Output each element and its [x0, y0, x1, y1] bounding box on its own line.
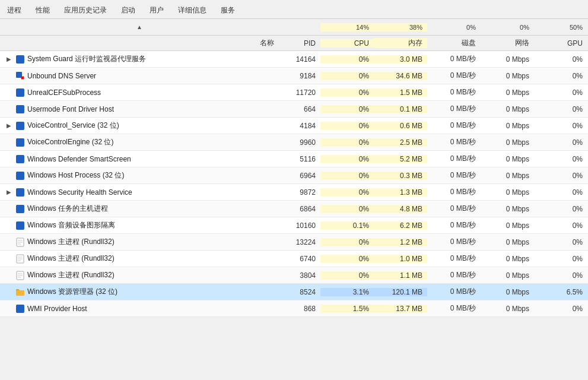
disk-cell: 0 MB/秒 — [427, 170, 481, 180]
process-name: Windows 资源管理器 (32 位) — [27, 287, 117, 297]
disk-cell: 0 MB/秒 — [427, 303, 481, 314]
tab-processes[interactable]: 进程 — [0, 2, 28, 18]
col-header-disk[interactable]: 磁盘 — [427, 38, 481, 48]
sort-chevron: ▲ — [136, 24, 142, 30]
net-cell: 0 Mbps — [481, 172, 534, 180]
process-icon — [15, 88, 25, 97]
disk-cell: 0 MB/秒 — [427, 154, 481, 164]
process-name: Windows Defender SmartScreen — [27, 155, 131, 163]
tab-users[interactable]: 用户 — [142, 2, 171, 18]
disk-cell: 0 MB/秒 — [427, 137, 481, 147]
col-header-name[interactable]: 名称 — [0, 38, 279, 48]
disk-cell: 0 MB/秒 — [427, 54, 481, 64]
col-header-cpu[interactable]: CPU — [320, 39, 374, 48]
expand-button — [5, 138, 13, 147]
tab-performance[interactable]: 性能 — [28, 2, 57, 18]
process-icon — [15, 287, 25, 297]
col-header-net[interactable]: 网络 — [481, 38, 534, 48]
gpu-cell: 0% — [534, 221, 587, 230]
name-cell: Unbound DNS Server — [0, 71, 279, 81]
tab-app-history[interactable]: 应用历史记录 — [57, 2, 114, 18]
process-name: Usermode Font Driver Host — [27, 105, 114, 113]
net-cell: 0 Mbps — [481, 122, 534, 130]
tab-services[interactable]: 服务 — [214, 2, 242, 18]
col-header-pid[interactable]: PID — [279, 39, 320, 48]
mem-percent-header[interactable]: 38% — [374, 23, 427, 31]
pid-cell: 6740 — [279, 255, 320, 263]
table-row[interactable]: WMI Provider Host8681.5%13.7 MB0 MB/秒0 M… — [0, 300, 588, 317]
table-row[interactable]: UnrealCEFSubProcess117200%1.5 MB0 MB/秒0 … — [0, 84, 588, 101]
table-row[interactable]: Windows Defender SmartScreen51160%5.2 MB… — [0, 151, 588, 167]
gpu-cell: 6.5% — [534, 288, 587, 296]
table-row[interactable]: Windows 主进程 (Rundll32)38040%1.1 MB0 MB/秒… — [0, 267, 588, 284]
cpu-cell: 0% — [320, 88, 374, 97]
col-header-mem[interactable]: 内存 — [374, 38, 427, 48]
pid-cell: 6864 — [279, 205, 320, 213]
mem-cell: 1.1 MB — [374, 271, 427, 280]
net-cell: 0 Mbps — [481, 138, 534, 147]
mem-cell: 2.5 MB — [374, 138, 427, 147]
table-row[interactable]: Unbound DNS Server91840%34.6 MB0 MB/秒0 M… — [0, 68, 588, 84]
table-row[interactable]: VoiceControlEngine (32 位)99600%2.5 MB0 M… — [0, 134, 588, 151]
net-cell: 0 Mbps — [481, 288, 534, 296]
process-name: Unbound DNS Server — [27, 72, 96, 80]
net-cell: 0 Mbps — [481, 305, 534, 313]
process-icon — [15, 55, 25, 64]
pid-cell: 3804 — [279, 271, 320, 280]
expand-button — [5, 72, 13, 80]
net-cell: 0 Mbps — [481, 255, 534, 263]
expand-button[interactable]: ▶ — [5, 122, 13, 130]
disk-cell: 0 MB/秒 — [427, 237, 481, 247]
table-row[interactable]: ▶System Guard 运行时监视器代理服务141640%3.0 MB0 M… — [0, 51, 588, 68]
table-row[interactable]: Windows 主进程 (Rundll32)67400%1.0 MB0 MB/秒… — [0, 251, 588, 267]
name-cell: ▶Windows Security Health Service — [0, 188, 279, 197]
gpu-cell: 0% — [534, 88, 587, 97]
table-row[interactable]: Windows 主进程 (Rundll32)132240%1.2 MB0 MB/… — [0, 234, 588, 251]
gpu-cell: 0% — [534, 138, 587, 147]
cpu-cell: 0% — [320, 205, 374, 213]
disk-percent-header[interactable]: 0% — [427, 23, 481, 31]
gpu-cell: 0% — [534, 72, 587, 80]
cpu-cell: 0% — [320, 155, 374, 163]
table-row[interactable]: Windows Host Process (32 位)69640%0.3 MB0… — [0, 167, 588, 184]
process-name: Windows Security Health Service — [27, 188, 132, 197]
process-table: ▶System Guard 运行时监视器代理服务141640%3.0 MB0 M… — [0, 51, 588, 317]
cpu-cell: 0% — [320, 238, 374, 246]
mem-cell: 0.1 MB — [374, 105, 427, 113]
process-name: Windows Host Process (32 位) — [27, 170, 124, 180]
name-cell: Usermode Font Driver Host — [0, 104, 279, 114]
tab-startup[interactable]: 启动 — [114, 2, 142, 18]
process-name: Windows 主进程 (Rundll32) — [27, 270, 115, 280]
cpu-percent-header[interactable]: 14% — [320, 23, 374, 31]
process-name: Windows 任务的主机进程 — [27, 204, 108, 214]
expand-button — [5, 271, 13, 280]
gpu-percent-header[interactable]: 50% — [534, 23, 587, 31]
table-row[interactable]: Windows 任务的主机进程68640%4.8 MB0 MB/秒0 Mbps0… — [0, 201, 588, 217]
net-percent-header[interactable]: 0% — [481, 23, 534, 31]
net-cell: 0 Mbps — [481, 205, 534, 213]
expand-button[interactable]: ▶ — [5, 55, 13, 64]
name-cell: ▶System Guard 运行时监视器代理服务 — [0, 54, 279, 64]
disk-cell: 0 MB/秒 — [427, 104, 481, 114]
table-row[interactable]: Windows 资源管理器 (32 位)85243.1%120.1 MB0 MB… — [0, 284, 588, 300]
expand-button — [5, 205, 13, 213]
table-row[interactable]: Windows 音频设备图形隔离101600.1%6.2 MB0 MB/秒0 M… — [0, 217, 588, 234]
table-row[interactable]: ▶Windows Security Health Service98720%1.… — [0, 184, 588, 201]
name-cell: Windows Defender SmartScreen — [0, 154, 279, 164]
gpu-cell: 0% — [534, 271, 587, 280]
process-icon — [15, 271, 25, 280]
table-row[interactable]: ▶VoiceControl_Service (32 位)41840%0.6 MB… — [0, 118, 588, 134]
table-row[interactable]: Usermode Font Driver Host6640%0.1 MB0 MB… — [0, 101, 588, 118]
col-header-gpu[interactable]: GPU — [534, 39, 587, 48]
process-icon — [15, 221, 25, 230]
net-cell: 0 Mbps — [481, 238, 534, 246]
pid-cell: 13224 — [279, 238, 320, 246]
pid-cell: 9960 — [279, 138, 320, 147]
name-cell: Windows 主进程 (Rundll32) — [0, 237, 279, 247]
tab-details[interactable]: 详细信息 — [171, 2, 214, 18]
process-icon — [15, 171, 25, 180]
expand-button[interactable]: ▶ — [5, 188, 13, 197]
mem-cell: 3.0 MB — [374, 55, 427, 64]
gpu-cell: 0% — [534, 305, 587, 313]
expand-button — [5, 305, 13, 313]
